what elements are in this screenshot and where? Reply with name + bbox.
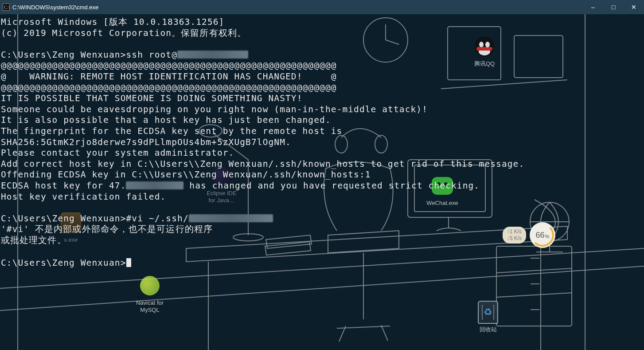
window-title: C:\WINDOWS\system32\cmd.exe — [12, 4, 98, 11]
maximize-button[interactable]: □ — [603, 0, 624, 14]
terminal-line: 或批处理文件。 — [1, 235, 643, 246]
minimize-button[interactable]: – — [583, 0, 603, 14]
window-title-bar[interactable]: C:\ C:\WINDOWS\system32\cmd.exe – □ ✕ — [0, 0, 644, 14]
terminal-line: Offending ECDSA key in C:\\Users\\Zeng W… — [1, 169, 643, 181]
terminal-line: The fingerprint for the ECDSA key sent b… — [1, 126, 643, 137]
svg-text:C:\: C:\ — [4, 5, 9, 10]
terminal-line: C:\Users\Zeng Wenxuan>ssh root@ — [1, 50, 643, 61]
terminal-line: Add correct host key in C:\\Users\\Zeng … — [1, 159, 643, 170]
terminal-line: Microsoft Windows [版本 10.0.18363.1256] — [1, 17, 643, 28]
terminal-line: '#vi' 不是内部或外部命令，也不是可运行的程序 — [1, 224, 643, 235]
terminal-cursor — [126, 258, 131, 267]
terminal-line: It is also possible that a host key has … — [1, 115, 643, 126]
terminal-line: SHA256:5GtmK2rjo8derwe7s9dPLlmpOUs4bm+5z… — [1, 137, 643, 148]
terminal-line — [1, 39, 643, 50]
terminal-line: IT IS POSSIBLE THAT SOMEONE IS DOING SOM… — [1, 93, 643, 104]
terminal-line — [1, 202, 643, 213]
terminal-line: @@@@@@@@@@@@@@@@@@@@@@@@@@@@@@@@@@@@@@@@… — [1, 83, 643, 94]
terminal-line — [1, 246, 643, 257]
cmd-app-icon: C:\ — [0, 4, 12, 11]
terminal-line: C:\Users\Zeng Wenxuan> — [1, 257, 643, 269]
terminal-line: Please contact your system administrator… — [1, 148, 643, 159]
terminal-line: ECDSA host key for 47. has changed and y… — [1, 181, 643, 192]
terminal-line: Someone could be eavesdropping on you ri… — [1, 104, 643, 115]
close-button[interactable]: ✕ — [624, 0, 644, 14]
terminal-line: @ WARNING: REMOTE HOST IDENTIFICATION HA… — [1, 71, 643, 83]
cmd-window: C:\ C:\WINDOWS\system32\cmd.exe – □ ✕ Mi… — [0, 0, 644, 350]
terminal-line: (c) 2019 Microsoft Corporation。保留所有权利。 — [1, 28, 643, 39]
terminal-line: C:\Users\Zeng Wenxuan>#vi ~/.ssh/ — [1, 213, 643, 224]
terminal-line: Host key verification failed. — [1, 192, 643, 203]
terminal-line: @@@@@@@@@@@@@@@@@@@@@@@@@@@@@@@@@@@@@@@@… — [1, 60, 643, 71]
terminal-output[interactable]: Microsoft Windows [版本 10.0.18363.1256](c… — [0, 14, 644, 350]
